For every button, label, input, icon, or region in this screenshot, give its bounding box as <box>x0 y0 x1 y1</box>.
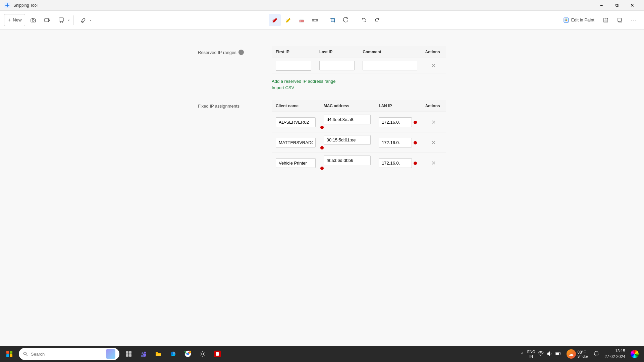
erase-chevron-icon <box>89 19 92 21</box>
fixed-ip-section: Fixed IP assignments Client name MAC add… <box>198 100 446 173</box>
window-controls: − ⧉ ✕ <box>594 0 640 11</box>
volume-button[interactable] <box>546 351 552 358</box>
eraser-icon <box>298 16 305 24</box>
screenshot-button[interactable] <box>27 14 39 26</box>
video-button[interactable] <box>41 14 53 26</box>
battery-button[interactable] <box>555 351 561 358</box>
col-fixed-actions-header: Actions <box>421 100 446 112</box>
import-csv-link[interactable]: Import CSV <box>272 85 294 90</box>
search-logo-icon <box>106 349 115 359</box>
speech-chevron-icon <box>67 19 70 21</box>
video-icon <box>44 17 50 23</box>
svg-point-19 <box>566 20 567 21</box>
red-dot-0 <box>320 126 324 129</box>
red-dot-2 <box>320 167 324 170</box>
svg-point-17 <box>566 18 567 19</box>
color-icon[interactable] <box>631 350 639 358</box>
erase-button[interactable] <box>77 14 89 26</box>
new-button[interactable]: + New <box>4 14 25 26</box>
restore-button[interactable]: ⧉ <box>609 0 625 11</box>
redapp-icon <box>214 351 221 357</box>
mac-address-cell-1 <box>320 132 375 153</box>
last-ip-input[interactable] <box>319 61 355 70</box>
main-content: Reserved IP ranges i First IP Last IP Co… <box>0 29 644 346</box>
fixed-ip-actions-cell-2: ✕ <box>421 153 446 173</box>
plus-icon: + <box>8 17 11 23</box>
more-icon: ··· <box>631 16 637 23</box>
svg-rect-36 <box>556 353 559 355</box>
delete-fixed-row-button-0[interactable]: ✕ <box>430 118 437 127</box>
pen-yellow-button[interactable] <box>282 14 294 26</box>
save-button[interactable] <box>600 14 612 26</box>
settings-button[interactable] <box>196 347 209 361</box>
svg-rect-5 <box>59 18 64 21</box>
delete-reserved-row-button[interactable]: ✕ <box>430 61 437 70</box>
camera-icon <box>30 17 36 23</box>
mac-address-cell-0 <box>320 112 375 132</box>
weather-icon: ☁ <box>567 349 576 359</box>
file-explorer-icon <box>155 351 162 357</box>
copy-icon <box>617 17 623 23</box>
erase-icon <box>80 17 86 23</box>
language-indicator[interactable]: ENG IN <box>527 349 535 359</box>
comment-input[interactable] <box>363 61 417 70</box>
lan-ip-input-1[interactable] <box>379 138 412 147</box>
delete-fixed-row-button-1[interactable]: ✕ <box>430 138 437 147</box>
taskbar-search-bar[interactable] <box>19 348 119 360</box>
lan-ip-input-0[interactable] <box>379 117 412 127</box>
rotate-button[interactable] <box>340 14 352 26</box>
edit-in-paint-button[interactable]: Edit in Paint <box>560 14 598 26</box>
taskbar: ^ ENG IN <box>0 346 644 362</box>
red-dot-lan-2 <box>414 162 417 165</box>
crop-button[interactable] <box>327 14 339 26</box>
undo-button[interactable] <box>358 14 370 26</box>
system-clock[interactable]: 13:15 27-02-2024 <box>602 348 628 360</box>
lan-ip-input-2[interactable] <box>379 158 412 168</box>
close-button[interactable]: ✕ <box>625 0 640 11</box>
file-explorer-button[interactable] <box>152 347 165 361</box>
clock-time: 13:15 <box>605 348 625 354</box>
redapp-button[interactable] <box>211 347 224 361</box>
col-lan-header: LAN IP <box>375 100 421 112</box>
delete-fixed-row-button-2[interactable]: ✕ <box>430 159 437 168</box>
mac-address-input-2[interactable] <box>324 156 371 165</box>
weather-widget[interactable]: ☁ 88°F Smoke <box>564 348 590 360</box>
svg-point-31 <box>142 352 144 354</box>
speech-icon <box>58 17 64 23</box>
mac-address-input-1[interactable] <box>324 135 371 145</box>
task-view-button[interactable] <box>122 347 136 361</box>
first-ip-input[interactable] <box>276 61 311 70</box>
ruler-button[interactable] <box>309 14 321 26</box>
wifi-icon <box>538 351 544 357</box>
client-name-input-0[interactable] <box>276 117 316 127</box>
svg-point-16 <box>565 18 566 19</box>
svg-point-1 <box>6 4 8 6</box>
wifi-button[interactable] <box>538 351 544 358</box>
search-input[interactable] <box>31 352 103 357</box>
fixed-ip-actions-cell-1: ✕ <box>421 132 446 153</box>
toolbar: + New <box>0 11 644 29</box>
copy-button[interactable] <box>614 14 626 26</box>
mac-address-input-0[interactable] <box>324 115 371 124</box>
redo-button[interactable] <box>371 14 383 26</box>
client-name-input-1[interactable] <box>276 138 316 147</box>
notification-button[interactable] <box>593 351 599 358</box>
teams-button[interactable] <box>137 347 150 361</box>
last-ip-cell <box>315 58 359 73</box>
col-mac-header: MAC address <box>320 100 375 112</box>
client-name-input-2[interactable] <box>276 158 316 168</box>
show-hidden-icons-button[interactable]: ^ <box>520 350 525 358</box>
edge-button[interactable] <box>166 347 180 361</box>
info-icon[interactable]: i <box>238 50 244 55</box>
pen-red-button[interactable] <box>269 14 281 26</box>
toolbar-separator-3 <box>355 15 355 25</box>
crop-icon <box>330 17 336 23</box>
start-button[interactable] <box>3 347 16 361</box>
app-title: Snipping Tool <box>13 3 591 8</box>
eraser-button[interactable] <box>296 14 308 26</box>
add-reserved-ip-link[interactable]: Add a reserved IP address range <box>272 79 336 84</box>
more-button[interactable]: ··· <box>628 14 640 26</box>
speech-button[interactable] <box>55 14 67 26</box>
minimize-button[interactable]: − <box>594 0 609 11</box>
chrome-button[interactable] <box>181 347 195 361</box>
